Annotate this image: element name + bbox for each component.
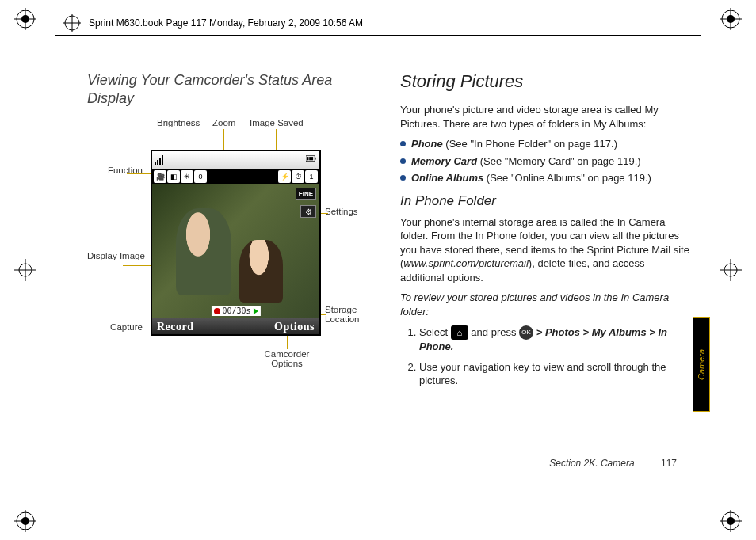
footer-section: Section 2K. Camera	[549, 458, 634, 469]
steps-list: Select and press > Photos > My Albums > …	[400, 325, 689, 388]
svg-rect-30	[315, 157, 315, 159]
mode-icon: 🎥	[154, 170, 166, 183]
label-storage-location: Storage Location	[325, 305, 372, 324]
list-item: Memory Card (See "Memory Card" on page 1…	[400, 154, 689, 169]
crop-mark-icon	[14, 510, 36, 532]
crosshair-icon	[63, 14, 81, 32]
crop-side-icon	[720, 259, 742, 281]
record-dot-icon	[213, 308, 220, 314]
camcorder-diagram: Brightness Zoom Image Saved Function Dis…	[87, 118, 357, 379]
svg-rect-27	[159, 158, 161, 165]
list-item: Online Albums (See "Online Albums" on pa…	[400, 171, 689, 185]
header-rule	[55, 35, 701, 36]
count-value: 1	[305, 170, 318, 183]
label-display-image: Display Image	[87, 251, 143, 260]
page-footer: Section 2K. Camera 117	[549, 458, 677, 469]
svg-rect-26	[157, 160, 158, 165]
intro-para: Your phone's picture and video storage a…	[400, 103, 689, 131]
left-heading: Viewing Your Camcorder's Status Area Dis…	[87, 71, 376, 107]
label-brightness: Brightness	[157, 118, 200, 127]
book-header-text: Sprint M630.book Page 117 Monday, Februa…	[89, 17, 363, 29]
time-text: 00/30s	[222, 306, 250, 315]
phone-statusbar	[152, 151, 319, 169]
phone-screen: 🎥 ◧ ✳ 0 ⚡ ⏱ 1 FINE ⚙ 00/30s	[151, 150, 321, 336]
signal-icon	[155, 154, 166, 165]
step-2: Use your navigation key to view and scro…	[419, 360, 689, 388]
crop-side-icon	[14, 259, 36, 281]
svg-rect-33	[311, 157, 313, 160]
settings-icon: ⚙	[300, 205, 316, 218]
label-camcorder-options: Camcorder Options	[255, 349, 319, 368]
crop-mark-icon	[720, 8, 742, 30]
label-zoom: Zoom	[212, 118, 235, 127]
book-header: Sprint M630.book Page 117 Monday, Februa…	[63, 14, 363, 32]
crop-mark-icon	[14, 8, 36, 30]
softkey-bar: Record Options	[152, 318, 319, 336]
time-bar: 00/30s	[211, 306, 260, 316]
home-key-icon	[451, 325, 468, 340]
ok-key-icon	[519, 325, 533, 340]
sub-para: Your phone's internal storage area is ca…	[400, 215, 689, 285]
svg-rect-32	[309, 157, 311, 160]
procedure-title: To review your stored pictures and video…	[400, 291, 689, 318]
crop-mark-icon	[720, 510, 742, 532]
battery-icon	[306, 154, 317, 165]
timer-icon: ⏱	[292, 170, 304, 183]
svg-rect-31	[307, 157, 308, 160]
brightness-icon: ◧	[167, 170, 180, 183]
softkey-right: Options	[274, 321, 315, 333]
svg-rect-25	[155, 162, 156, 165]
phone-iconrow: 🎥 ◧ ✳ 0 ⚡ ⏱ 1	[152, 169, 319, 184]
url-text: www.sprint.com/picturemail	[403, 257, 529, 269]
left-column: Viewing Your Camcorder's Status Area Dis…	[87, 71, 376, 394]
svg-rect-28	[162, 155, 163, 165]
flash-icon: ⚡	[278, 170, 291, 183]
section-tab: Camera	[693, 317, 710, 412]
zoom-value: 0	[194, 170, 207, 183]
right-heading: Storing Pictures	[400, 71, 689, 92]
label-capture: Capture	[87, 322, 143, 332]
label-settings: Settings	[325, 207, 358, 216]
label-image-saved: Image Saved	[250, 118, 304, 127]
sub-heading: In Phone Folder	[400, 193, 689, 209]
step-1: Select and press > Photos > My Albums > …	[419, 325, 689, 354]
fine-badge: FINE	[296, 188, 316, 200]
right-column: Storing Pictures Your phone's picture an…	[400, 71, 689, 394]
play-icon	[254, 308, 258, 314]
list-item: Phone (See "In Phone Folder" on page 117…	[400, 137, 689, 151]
footer-page: 117	[661, 458, 677, 469]
exposure-icon: ✳	[181, 170, 193, 183]
softkey-left: Record	[157, 321, 194, 333]
viewfinder-image: FINE ⚙ 00/30s	[152, 184, 319, 318]
folder-bullet-list: Phone (See "In Phone Folder" on page 117…	[400, 137, 689, 185]
